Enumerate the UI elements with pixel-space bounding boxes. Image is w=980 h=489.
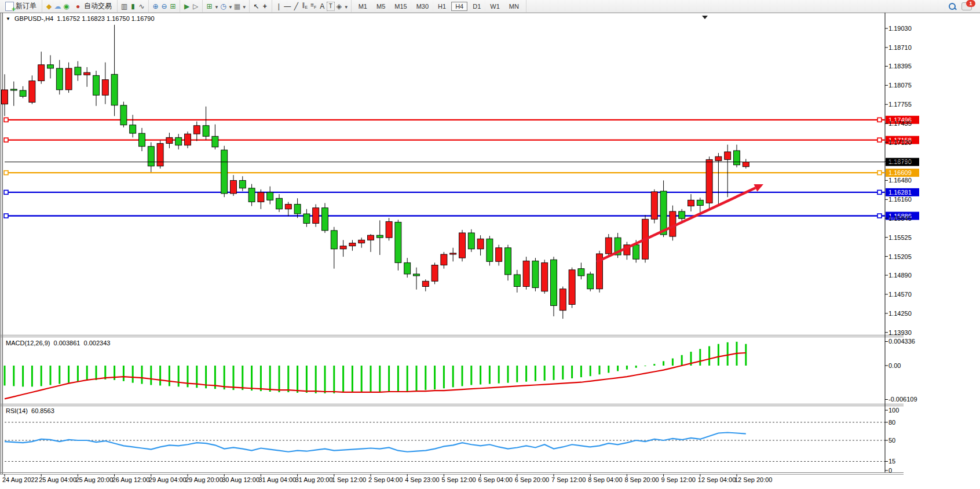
rsi-value: 60.8563 bbox=[31, 407, 54, 414]
svg-text:50: 50 bbox=[888, 437, 895, 444]
fibonacci-icon[interactable]: ≡F bbox=[309, 1, 318, 12]
svg-text:30 Aug 12:00: 30 Aug 12:00 bbox=[222, 476, 259, 483]
svg-text:1.16281: 1.16281 bbox=[888, 189, 912, 196]
timeframe-h4-button[interactable]: H4 bbox=[451, 2, 467, 11]
styler-icon[interactable]: ◆ bbox=[45, 2, 53, 10]
chart-decorations bbox=[702, 16, 708, 19]
svg-text:100: 100 bbox=[888, 407, 899, 414]
rsi-panel: 1008050150 bbox=[5, 407, 899, 474]
auto-scroll-icon[interactable]: ▶ bbox=[182, 2, 191, 10]
svg-text:1.15525: 1.15525 bbox=[888, 234, 912, 241]
svg-text:1.16800: 1.16800 bbox=[888, 158, 912, 165]
timeframe-m5-button[interactable]: M5 bbox=[372, 2, 389, 11]
svg-text:5 Sep 12:00: 5 Sep 12:00 bbox=[441, 476, 476, 483]
svg-text:25 Aug 04:00: 25 Aug 04:00 bbox=[39, 476, 76, 483]
collapse-triangle-icon[interactable]: ▼ bbox=[6, 16, 10, 21]
autotrade-icon: ● bbox=[74, 2, 82, 10]
ohlc-open: 1.16752 bbox=[57, 15, 80, 22]
svg-text:4 Sep 23:00: 4 Sep 23:00 bbox=[405, 476, 439, 483]
autotrade-label: 自动交易 bbox=[84, 1, 112, 11]
community-icon[interactable]: ☁ bbox=[53, 2, 62, 10]
macd-signal-value: 0.002343 bbox=[84, 340, 111, 346]
new-order-label: 新订单 bbox=[16, 1, 36, 11]
rsi-header: RSI(14) 60.8563 bbox=[6, 407, 54, 414]
timeframe-d1-button[interactable]: D1 bbox=[469, 2, 485, 11]
svg-text:1.15845: 1.15845 bbox=[888, 215, 912, 222]
svg-text:1.18075: 1.18075 bbox=[888, 82, 912, 89]
svg-text:31 Aug 04:00: 31 Aug 04:00 bbox=[258, 476, 296, 483]
svg-text:8 Sep 20:00: 8 Sep 20:00 bbox=[624, 476, 659, 483]
new-order-button[interactable]: 新订单 bbox=[2, 0, 39, 12]
timeframe-mn-button[interactable]: MN bbox=[505, 2, 523, 11]
svg-text:1.14890: 1.14890 bbox=[888, 272, 912, 279]
mt4-window: 新订单 ◆ ☁ ◉ ● 自动交易 ▥ ▮ ∿ ⊕ ⊖ ⊞ ▶ ▷ ⊞▼ bbox=[0, 0, 980, 489]
chart-shift-icon[interactable]: ▷ bbox=[191, 2, 200, 10]
svg-text:1.15205: 1.15205 bbox=[888, 253, 912, 260]
notification-badge: 1 bbox=[966, 0, 975, 7]
bar-chart-icon[interactable]: ▥ bbox=[120, 2, 129, 10]
time-axis: 24 Aug 202225 Aug 04:0025 Aug 20:0026 Au… bbox=[2, 475, 772, 484]
trendline-icon[interactable]: ╱ bbox=[292, 2, 301, 10]
svg-text:1.17755: 1.17755 bbox=[888, 101, 912, 108]
svg-text:1.14250: 1.14250 bbox=[888, 310, 912, 317]
templates-button[interactable]: ▦▼ bbox=[233, 2, 247, 10]
svg-text:26 Aug 12:00: 26 Aug 12:00 bbox=[112, 476, 150, 483]
svg-text:1.16480: 1.16480 bbox=[888, 177, 912, 184]
timeframe-h1-button[interactable]: H1 bbox=[434, 2, 450, 11]
line-chart-icon[interactable]: ∿ bbox=[137, 2, 146, 10]
vertical-line-icon[interactable]: | bbox=[275, 2, 283, 10]
timeframe-w1-button[interactable]: W1 bbox=[486, 2, 504, 11]
timeframe-m15-button[interactable]: M15 bbox=[390, 2, 411, 11]
new-chart-button[interactable]: ⊞▼ bbox=[205, 2, 219, 10]
crosshair-icon[interactable]: + bbox=[261, 2, 269, 10]
zoom-in-icon[interactable]: ⊕ bbox=[151, 2, 160, 10]
svg-text:1.16609: 1.16609 bbox=[888, 169, 912, 176]
search-icon[interactable] bbox=[949, 3, 956, 10]
svg-text:0.00: 0.00 bbox=[888, 362, 901, 369]
macd-name: MACD(12,26,9) bbox=[6, 340, 50, 346]
profiles-button[interactable]: ◷▼ bbox=[219, 2, 233, 10]
ohlc-low: 1.16750 bbox=[107, 15, 130, 22]
cursor-icon[interactable]: ↖ bbox=[252, 2, 261, 10]
timeframe-m30-button[interactable]: M30 bbox=[412, 2, 433, 11]
symbol-period: GBPUSD-,H4 bbox=[14, 15, 53, 22]
svg-text:1 Sep 12:00: 1 Sep 12:00 bbox=[332, 476, 366, 483]
horizontal-level-lines[interactable]: 1.174961.171581.166091.162811.15886 bbox=[4, 116, 919, 220]
ohlc-close: 1.16790 bbox=[131, 15, 155, 22]
notifications-icon[interactable]: 1 bbox=[961, 2, 972, 10]
timeframe-toolbar: M1M5M15M30H1H4D1W1MN bbox=[352, 0, 526, 12]
arrows-button[interactable]: ◈▼ bbox=[335, 2, 349, 10]
autotrade-button[interactable]: ● 自动交易 bbox=[71, 0, 115, 12]
text-label-icon[interactable]: T bbox=[327, 2, 335, 11]
svg-text:6 Sep 04:00: 6 Sep 04:00 bbox=[478, 476, 513, 483]
zoom-out-icon[interactable]: ⊖ bbox=[160, 2, 169, 10]
horizontal-line-icon[interactable]: — bbox=[283, 2, 292, 10]
macd-panel: 0.0043360.00-0.006109 bbox=[5, 338, 917, 403]
main-toolbar: 新订单 ◆ ☁ ◉ ● 自动交易 ▥ ▮ ∿ ⊕ ⊖ ⊞ ▶ ▷ ⊞▼ bbox=[0, 0, 980, 13]
svg-text:1.18710: 1.18710 bbox=[888, 44, 912, 51]
svg-text:1.17120: 1.17120 bbox=[888, 139, 912, 146]
svg-text:15: 15 bbox=[888, 458, 895, 465]
signals-icon[interactable]: ◉ bbox=[62, 2, 71, 10]
price-axis: 1.190301.187101.183951.180751.177551.174… bbox=[885, 25, 912, 336]
svg-text:9 Sep 12:00: 9 Sep 12:00 bbox=[661, 476, 696, 483]
svg-text:12 Sep 04:00: 12 Sep 04:00 bbox=[698, 476, 736, 483]
svg-text:24 Aug 2022: 24 Aug 2022 bbox=[2, 476, 38, 483]
new-order-icon bbox=[5, 2, 14, 11]
svg-text:1.16160: 1.16160 bbox=[888, 196, 912, 203]
chart-area[interactable]: 1.174961.171581.166091.162811.15886 1.16… bbox=[0, 13, 980, 489]
equidistant-channel-icon[interactable]: ∥E bbox=[301, 1, 309, 12]
text-icon[interactable]: A bbox=[318, 2, 327, 10]
ohlc-high: 1.16823 bbox=[82, 15, 105, 22]
trend-arrow[interactable] bbox=[597, 184, 763, 262]
candlestick-chart-icon[interactable]: ▮ bbox=[129, 2, 137, 10]
svg-text:1.13930: 1.13930 bbox=[888, 329, 912, 336]
macd-header: MACD(12,26,9) 0.003861 0.002343 bbox=[6, 340, 110, 346]
svg-text:1.14570: 1.14570 bbox=[888, 291, 912, 298]
timeframe-m1-button[interactable]: M1 bbox=[354, 2, 371, 11]
macd-main-value: 0.003861 bbox=[54, 340, 81, 346]
svg-text:7 Sep 12:00: 7 Sep 12:00 bbox=[551, 476, 586, 483]
svg-text:-0.006109: -0.006109 bbox=[888, 396, 917, 403]
tile-windows-icon[interactable]: ⊞ bbox=[169, 2, 177, 10]
chart-header: ▼ GBPUSD-,H4 1.16752 1.16823 1.16750 1.1… bbox=[6, 15, 155, 22]
